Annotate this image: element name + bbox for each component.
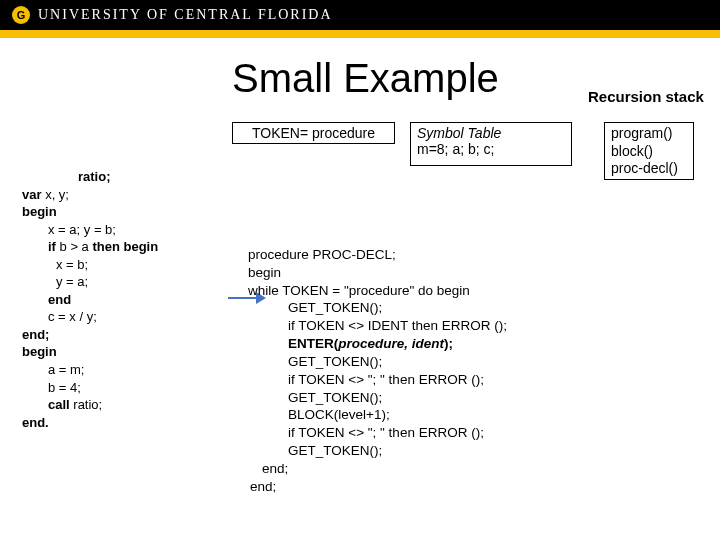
code-line: end; [248, 460, 507, 478]
code-line: a = m; [22, 361, 158, 379]
stack-item: proc-decl() [611, 160, 687, 178]
code-line: ratio; [22, 168, 158, 186]
code-line: GET_TOKEN(); [248, 442, 507, 460]
source-code-left: ratio; var x, y; begin x = a; y = b; if … [22, 168, 158, 431]
recursion-stack-label: Recursion stack [588, 88, 704, 105]
code-line: end; [248, 478, 507, 496]
symbol-table-box: Symbol Table m=8; a; b; c; [410, 122, 572, 166]
code-line: GET_TOKEN(); [248, 353, 507, 371]
recursion-stack-box: program() block() proc-decl() [604, 122, 694, 180]
code-line: GET_TOKEN(); [248, 389, 507, 407]
code-line: begin [248, 264, 507, 282]
code-line: procedure PROC-DECL; [248, 246, 507, 264]
ucf-logo-icon: G [12, 6, 30, 24]
code-line: begin [22, 343, 158, 361]
code-line: end; [22, 326, 158, 344]
code-line: GET_TOKEN(); [248, 299, 507, 317]
university-name: UNIVERSITY OF CENTRAL FLORIDA [38, 7, 333, 23]
token-box: TOKEN= procedure [232, 122, 395, 144]
code-line: x = b; [22, 256, 158, 274]
code-line: BLOCK(level+1); [248, 406, 507, 424]
code-line: c = x / y; [22, 308, 158, 326]
code-line: begin [22, 203, 158, 221]
gold-divider [0, 30, 720, 38]
code-line: if TOKEN <> IDENT then ERROR (); [248, 317, 507, 335]
symbol-table-heading: Symbol Table [417, 125, 565, 141]
code-line: end [22, 291, 158, 309]
code-line: y = a; [22, 273, 158, 291]
slide-content: Small Example TOKEN= procedure Symbol Ta… [0, 38, 720, 540]
code-line: var x, y; [22, 186, 158, 204]
code-line: ENTER(procedure, ident); [248, 335, 507, 353]
slide-title: Small Example [232, 56, 499, 101]
code-line: b = 4; [22, 379, 158, 397]
code-line: if TOKEN <> "; " then ERROR (); [248, 424, 507, 442]
proc-decl-pseudocode: procedure PROC-DECL; begin while TOKEN =… [248, 246, 507, 495]
code-line: x = a; y = b; [22, 221, 158, 239]
code-line: while TOKEN = "procedure" do begin [248, 282, 507, 300]
code-line: if b > a then begin [22, 238, 158, 256]
code-line: end. [22, 414, 158, 432]
stack-item: program() [611, 125, 687, 143]
header-bar: G UNIVERSITY OF CENTRAL FLORIDA [0, 0, 720, 30]
code-line: if TOKEN <> "; " then ERROR (); [248, 371, 507, 389]
stack-item: block() [611, 143, 687, 161]
symbol-table-row: m=8; a; b; c; [417, 141, 565, 157]
code-line: call ratio; [22, 396, 158, 414]
